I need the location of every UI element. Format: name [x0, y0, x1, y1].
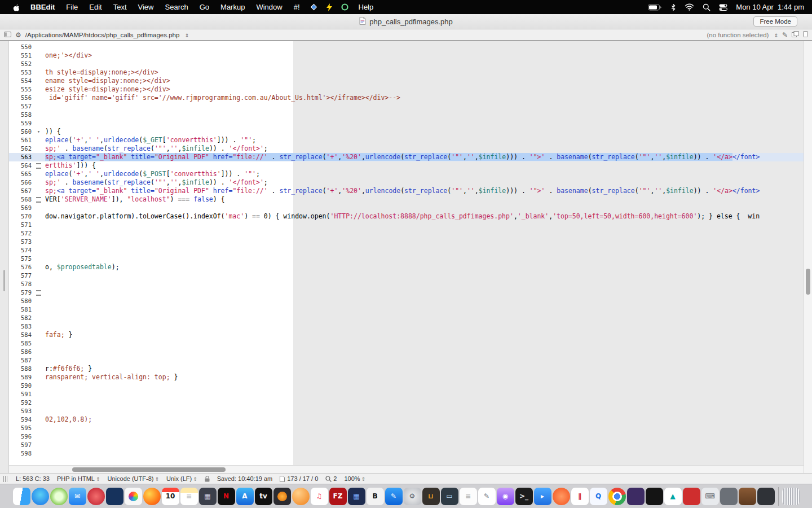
- line-number[interactable]: 586: [9, 348, 34, 356]
- path-popup-arrows-icon[interactable]: [183, 32, 189, 38]
- dock-icon-wood-app[interactable]: [739, 488, 756, 505]
- line-number[interactable]: 567: [9, 187, 34, 195]
- line-number[interactable]: 558: [9, 111, 34, 119]
- code-line[interactable]: 582: [9, 314, 804, 322]
- code-line[interactable]: 562sp;' . basename(str_replace('"','',$i…: [9, 144, 804, 153]
- line-number[interactable]: 556: [9, 94, 34, 102]
- pencil-icon[interactable]: ✎: [782, 31, 788, 39]
- dock-icon-terminal[interactable]: >_: [515, 488, 533, 505]
- line-number[interactable]: 564: [9, 161, 34, 170]
- code-line[interactable]: 567sp;<a target="_blank" title="Original…: [9, 187, 804, 195]
- menu-clock[interactable]: Mon 10 Apr 1:44 pm: [736, 3, 804, 11]
- code-line[interactable]: 581: [9, 305, 804, 314]
- splitter-grip-icon[interactable]: [3, 476, 8, 482]
- line-number[interactable]: 557: [9, 102, 34, 111]
- line-number[interactable]: 584: [9, 331, 34, 339]
- code-line[interactable]: 560▾)) {: [9, 128, 804, 136]
- code-line[interactable]: 568VER['SERVER_NAME']), "localhost") ===…: [9, 195, 804, 204]
- code-line[interactable]: 554ename style=display:none;></div>: [9, 77, 804, 85]
- dock-icon-netflix[interactable]: N: [218, 488, 235, 505]
- spotlight-icon[interactable]: [703, 3, 710, 11]
- code-line[interactable]: 570dow.navigator.platform).toLowerCase()…: [9, 212, 804, 221]
- line-number[interactable]: 594: [9, 415, 34, 424]
- line-number[interactable]: 582: [9, 314, 34, 322]
- file-path[interactable]: /Applications/MAMP/htdocs/php_calls_pdfi…: [25, 32, 180, 38]
- menu-item-markup[interactable]: Markup: [215, 3, 250, 11]
- menu-item-hash-bang[interactable]: #!: [288, 3, 306, 11]
- code-line[interactable]: 550: [9, 43, 804, 51]
- line-number[interactable]: 560: [9, 128, 34, 136]
- bolt-menu-icon[interactable]: [322, 3, 337, 11]
- dock-icon-music[interactable]: ♫: [311, 488, 328, 505]
- code-line[interactable]: 559: [9, 119, 804, 128]
- function-popup[interactable]: (no function selected): [707, 32, 769, 38]
- code-line[interactable]: 565eplace('+',' ',urldecode($_POST['conv…: [9, 170, 804, 178]
- menu-item-text[interactable]: Text: [108, 3, 133, 11]
- line-number[interactable]: 551: [9, 51, 34, 60]
- code-line[interactable]: 566sp;' . basename(str_replace('"','',$i…: [9, 178, 804, 187]
- menu-item-search[interactable]: Search: [160, 3, 194, 11]
- dock-icon-dark-app[interactable]: [757, 488, 775, 505]
- control-center-icon[interactable]: [719, 4, 727, 11]
- line-number[interactable]: 598: [9, 449, 34, 458]
- dock-icon-launchpad[interactable]: ▦: [199, 488, 217, 505]
- dock-icon-apple-tv[interactable]: tv: [255, 488, 272, 505]
- rail-grip-handle[interactable]: [3, 270, 5, 291]
- diamond-menu-icon[interactable]: [306, 3, 322, 11]
- dock-icon-prism-app[interactable]: ▲: [664, 488, 682, 505]
- code-line[interactable]: 592: [9, 398, 804, 407]
- line-number[interactable]: 566: [9, 178, 34, 187]
- dock-icon-quicktime[interactable]: Q: [590, 488, 607, 505]
- line-number[interactable]: 591: [9, 390, 34, 398]
- fold-mark-icon[interactable]: [34, 288, 43, 297]
- line-number[interactable]: 592: [9, 398, 34, 407]
- line-number[interactable]: 589: [9, 373, 34, 382]
- code-line[interactable]: 571: [9, 221, 804, 229]
- dock-icon-grid-app[interactable]: ▦: [348, 488, 365, 505]
- dock-icon-photos[interactable]: [125, 488, 142, 505]
- line-number[interactable]: 588: [9, 365, 34, 373]
- dock-icon-bbedit[interactable]: B: [367, 488, 384, 505]
- dock-icon-mail[interactable]: ✉: [69, 488, 86, 505]
- code-line[interactable]: 598: [9, 449, 804, 458]
- document-proxy-icon[interactable]: [359, 17, 366, 27]
- vertical-scrollbar[interactable]: [804, 41, 812, 473]
- dock-icon-orange-ball-app[interactable]: [292, 488, 310, 505]
- code-line[interactable]: 584fafa; }: [9, 331, 804, 339]
- dock-icon-firefox[interactable]: [143, 488, 161, 505]
- line-number[interactable]: 571: [9, 221, 34, 229]
- dock-icon-green-circle-app[interactable]: [50, 488, 68, 505]
- code-line[interactable]: 561eplace('+',' ',urldecode($_GET['conve…: [9, 136, 804, 144]
- line-number[interactable]: 597: [9, 441, 34, 449]
- dock-icon-filezilla[interactable]: FZ: [329, 488, 347, 505]
- line-number[interactable]: 550: [9, 43, 34, 51]
- dock-icon-notes[interactable]: ≡: [180, 488, 198, 505]
- sidebar-toggle-icon[interactable]: [4, 32, 11, 38]
- line-number[interactable]: 572: [9, 229, 34, 238]
- dock-icon-red-circle-app[interactable]: [87, 488, 105, 505]
- free-mode-button[interactable]: Free Mode: [753, 16, 797, 27]
- menu-item-file[interactable]: File: [60, 3, 83, 11]
- apple-menu-icon[interactable]: [8, 3, 25, 12]
- wifi-icon[interactable]: [685, 3, 694, 11]
- line-number[interactable]: 578: [9, 280, 34, 288]
- dock-icon-safari[interactable]: [32, 488, 49, 505]
- line-break-popup[interactable]: Unix (LF): [166, 475, 197, 482]
- code-line[interactable]: 591: [9, 390, 804, 398]
- horizontal-scrollbar-thumb[interactable]: [72, 467, 226, 472]
- dock-icon-brew-app[interactable]: ⊔: [422, 488, 440, 505]
- line-number[interactable]: 569: [9, 204, 34, 212]
- menu-item-go[interactable]: Go: [194, 3, 215, 11]
- code-line[interactable]: 563sp;<a target="_blank" title="Original…: [9, 153, 804, 161]
- code-line[interactable]: 588r:#f6f6f6; }: [9, 365, 804, 373]
- language-popup[interactable]: PHP in HTML: [57, 475, 100, 482]
- dock-icon-parallels-app[interactable]: ∥: [571, 488, 589, 505]
- code-line[interactable]: 580: [9, 297, 804, 305]
- code-line[interactable]: 557: [9, 102, 804, 111]
- dock-icon-display-app[interactable]: ▭: [441, 488, 458, 505]
- documents-icon[interactable]: [803, 31, 808, 38]
- ring-menu-icon[interactable]: [337, 3, 353, 11]
- dock-icon-black-app[interactable]: [646, 488, 663, 505]
- battery-icon[interactable]: [648, 4, 662, 11]
- dock-icon-dark-amber-app[interactable]: [273, 488, 291, 505]
